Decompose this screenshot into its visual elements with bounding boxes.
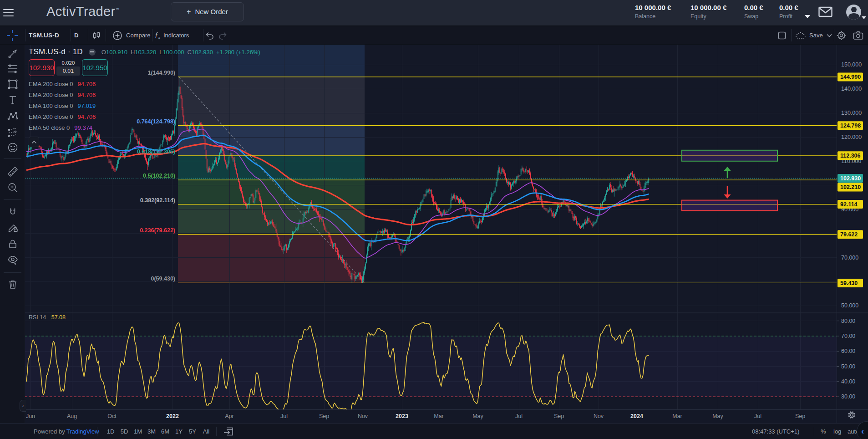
percent-scale-toggle[interactable]: %	[821, 424, 826, 439]
emoji-tool[interactable]	[6, 141, 20, 154]
fib-label: 0.236(79.622)	[140, 227, 175, 234]
time-axis-label: May	[712, 413, 723, 419]
fib-band	[178, 180, 365, 204]
fib-price-badge-text: 144.990	[840, 74, 861, 80]
save-button[interactable]: Save	[795, 26, 832, 44]
magnet-tool[interactable]	[6, 205, 20, 219]
draw-lock-tool[interactable]	[6, 221, 20, 235]
lock-all-tool[interactable]	[6, 237, 20, 251]
timeframe-5y[interactable]: 5Y	[186, 424, 199, 439]
trend-line-tool[interactable]	[6, 47, 20, 61]
indicators-button[interactable]: ƒxIndicators	[155, 26, 189, 44]
symbol-button[interactable]: TSM.US-D	[29, 26, 59, 44]
camera-icon[interactable]	[853, 26, 863, 44]
rsi-scale-label: 70.00	[841, 333, 855, 339]
timeframe-1m[interactable]: 1M	[131, 424, 145, 439]
ruler-tool[interactable]	[6, 165, 20, 179]
swap-label: Swap	[744, 13, 763, 20]
indicator-row: EMA 200 close 094.706	[29, 111, 260, 122]
rsi-scale-label: 50.00	[841, 363, 855, 370]
timeframe-1y[interactable]: 1Y	[172, 424, 186, 439]
fib-band	[178, 204, 365, 235]
price-scale-label: 50.000	[841, 302, 858, 309]
indicator-legend-rows: EMA 200 close 094.706EMA 200 close 094.7…	[29, 78, 260, 133]
rsi-legend: RSI 14 57.08	[29, 314, 66, 321]
rsi-value: 57.08	[51, 314, 66, 321]
activtrader-app: ActivTrader™ +New Order 10 000.00 € Bala…	[0, 0, 868, 439]
spread-value: 0.020	[62, 59, 75, 66]
layout-icon[interactable]	[777, 26, 787, 44]
time-axis-label: Jul	[754, 413, 761, 419]
legend-symbol[interactable]: TSM.US-d · 1D	[29, 47, 83, 56]
sell-bid-button[interactable]: 102.930	[29, 59, 55, 76]
price-scale-label: 140.000	[841, 86, 862, 92]
xabcd-pattern-tool[interactable]	[6, 109, 20, 123]
tradingview-link[interactable]: TradingView	[66, 428, 99, 435]
buy-ask-button[interactable]: 102.950	[82, 59, 108, 76]
balance-summary: 10 000.00 € Balance	[635, 4, 671, 20]
time-axis-label: 2023	[396, 413, 408, 419]
log-scale-toggle[interactable]: log	[833, 424, 841, 439]
rsi-scale-label: 30.00	[841, 393, 855, 400]
indicator-name[interactable]: EMA 200 close 0	[29, 92, 73, 98]
undo-icon[interactable]	[204, 30, 215, 41]
indicator-row: EMA 200 close 094.706	[29, 78, 260, 89]
indicator-value: 99.374	[74, 124, 92, 131]
timeframe-6m[interactable]: 6M	[158, 424, 172, 439]
compare-button[interactable]: Compare	[112, 26, 150, 44]
text-tool[interactable]	[6, 93, 20, 107]
chart-legend: TSM.US-d · 1D O100.910H103.320L100.000C1…	[29, 47, 260, 147]
legend-collapse-icon[interactable]	[29, 137, 39, 147]
shapes-tool[interactable]	[6, 77, 20, 91]
indicator-value: 94.706	[78, 113, 96, 120]
swap-summary: 0.00 € Swap	[744, 4, 763, 20]
go-to-date-icon[interactable]	[223, 426, 234, 439]
indicator-name[interactable]: EMA 200 close 0	[29, 81, 73, 87]
indicator-name[interactable]: EMA 100 close 0	[29, 102, 73, 109]
fib-label: 0(59.430)	[151, 276, 175, 282]
menu-icon[interactable]	[3, 7, 20, 20]
fib-label: 0.5(102.210)	[143, 173, 175, 179]
new-order-button[interactable]: +New Order	[171, 2, 244, 21]
chart-style-icon[interactable]	[91, 26, 102, 44]
support-zone-box[interactable]	[682, 200, 777, 211]
profile-dropdown-caret[interactable]	[862, 16, 866, 19]
timeframe-1d[interactable]: 1D	[104, 424, 117, 439]
plus-icon: +	[187, 8, 191, 15]
redo-icon[interactable]	[217, 30, 228, 41]
settings-gear-icon[interactable]	[837, 26, 846, 44]
rsi-scale-label: 40.00	[841, 378, 855, 385]
resistance-zone-box[interactable]	[682, 150, 777, 161]
legend-change: +1.280 (+1.26%)	[216, 49, 260, 56]
interval-button[interactable]: D	[74, 26, 78, 44]
mail-icon[interactable]	[818, 6, 832, 20]
spread: 0.020 0.01	[56, 59, 81, 76]
legend-minimize-icon[interactable]	[89, 49, 96, 56]
hide-drawings-tool[interactable]	[6, 253, 20, 267]
account-dropdown-caret[interactable]	[805, 15, 810, 18]
fib-price-badge-text: 102.210	[840, 184, 861, 190]
timeframe-all[interactable]: All	[199, 424, 213, 439]
indicator-row: EMA 100 close 097.019	[29, 100, 260, 111]
sidebar-collapse-button[interactable]: ‹	[20, 400, 26, 412]
indicator-name[interactable]: EMA 200 close 0	[29, 113, 73, 120]
timeframe-5d[interactable]: 5D	[117, 424, 131, 439]
remove-drawings-tool[interactable]	[6, 278, 20, 291]
forecast-tool[interactable]	[6, 125, 20, 139]
zoom-in-tool[interactable]	[6, 181, 20, 194]
price-scale-label: 70.000	[841, 255, 858, 261]
timeframe-3m[interactable]: 3M	[145, 424, 158, 439]
clock[interactable]: 08:47:33 (UTC+1)	[752, 424, 799, 439]
indicator-name[interactable]: EMA 50 close 0	[29, 124, 70, 131]
balance-value: 10 000.00 €	[635, 4, 671, 11]
avatar[interactable]	[846, 5, 861, 20]
fib-retracement-tool[interactable]	[6, 62, 20, 76]
fib-label: 0.382(92.114)	[140, 197, 175, 204]
drawing-tools-sidebar: ‹	[0, 45, 25, 439]
fib-price-badge-text: 124.798	[840, 123, 861, 129]
crosshair-icon[interactable]	[6, 26, 18, 44]
indicator-row: EMA 50 close 099.374	[29, 122, 260, 133]
fx-icon: ƒx	[155, 31, 160, 40]
profit-summary: 0.00 € Profit	[779, 4, 798, 20]
indicator-value: 94.706	[78, 92, 96, 98]
